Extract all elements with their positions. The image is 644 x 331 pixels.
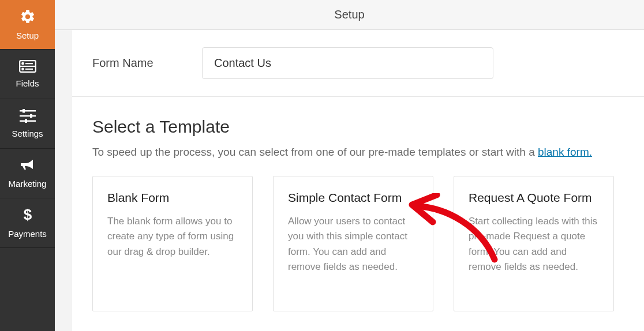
sidebar-item-label: Payments: [8, 229, 47, 239]
page-header: Setup: [55, 0, 644, 30]
content-gutter: [55, 30, 72, 331]
content: Form Name Select a Template To speed up …: [72, 30, 644, 331]
template-title: Request A Quote Form: [469, 191, 599, 205]
bullhorn-icon: [20, 158, 36, 175]
template-title: Simple Contact Form: [288, 191, 418, 205]
svg-rect-9: [23, 109, 25, 113]
templates-section: Select a Template To speed up the proces…: [72, 97, 644, 311]
form-name-row: Form Name: [72, 30, 644, 97]
template-card-simple-contact-form[interactable]: Simple Contact Form Allow your users to …: [273, 176, 433, 311]
blank-form-link[interactable]: blank form.: [538, 146, 592, 158]
sliders-icon: [20, 109, 36, 125]
sidebar-item-label: Fields: [16, 78, 39, 88]
svg-point-2: [22, 63, 24, 65]
sidebar: Setup Fields Settings Marketing $ Paymen…: [0, 0, 55, 331]
sidebar-item-label: Settings: [12, 129, 43, 138]
list-icon: [19, 60, 36, 75]
svg-point-3: [22, 69, 24, 70]
svg-text:$: $: [23, 207, 32, 223]
svg-rect-11: [25, 119, 27, 123]
lead-text: To speed up the process, you can select …: [92, 146, 538, 158]
form-name-label: Form Name: [92, 57, 179, 70]
template-card-blank-form[interactable]: Blank Form The blank form allows you to …: [92, 176, 253, 311]
templates-grid: Blank Form The blank form allows you to …: [92, 176, 624, 311]
svg-rect-10: [30, 114, 32, 118]
dollar-icon: $: [23, 207, 33, 225]
template-desc: The blank form allows you to create any …: [107, 214, 238, 259]
form-name-input[interactable]: [202, 47, 493, 79]
svg-rect-7: [20, 115, 36, 117]
template-title: Blank Form: [107, 191, 238, 205]
sidebar-item-fields[interactable]: Fields: [0, 50, 55, 99]
sidebar-item-settings[interactable]: Settings: [0, 99, 55, 149]
sidebar-item-setup[interactable]: Setup: [0, 0, 55, 50]
svg-rect-8: [20, 121, 36, 122]
template-desc: Start collecting leads with this pre-mad…: [469, 214, 599, 274]
section-heading: Select a Template: [92, 117, 624, 137]
template-card-request-a-quote-form[interactable]: Request A Quote Form Start collecting le…: [454, 176, 614, 311]
sidebar-item-label: Marketing: [9, 179, 47, 189]
template-desc: Allow your users to contact you with thi…: [288, 214, 418, 274]
page-title: Setup: [334, 8, 364, 21]
gear-icon: [20, 9, 36, 27]
sidebar-item-marketing[interactable]: Marketing: [0, 149, 55, 198]
sidebar-item-label: Setup: [16, 31, 39, 40]
svg-rect-6: [20, 110, 36, 112]
main: Setup Form Name Select a Template To spe…: [55, 0, 644, 331]
section-lead: To speed up the process, you can select …: [92, 146, 624, 159]
sidebar-item-payments[interactable]: $ Payments: [0, 198, 55, 248]
